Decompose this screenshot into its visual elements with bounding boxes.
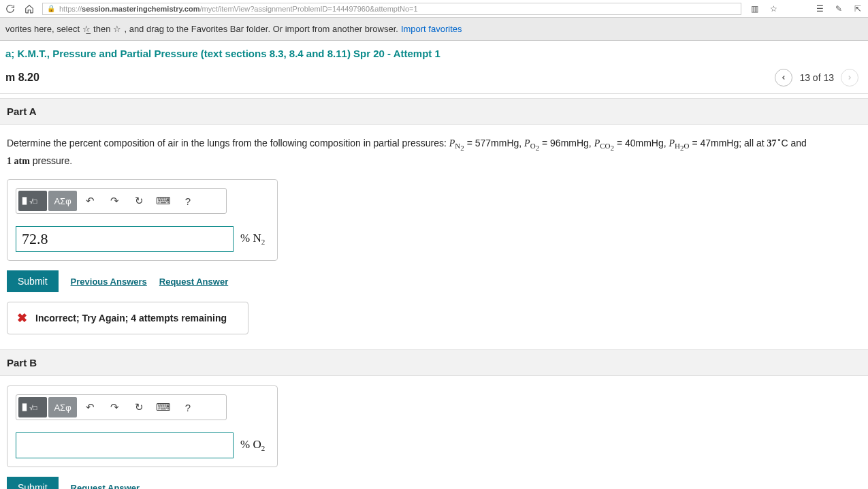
part-a-answer-box: √□ ΑΣφ ↶ ↷ ↻ ⌨ ? % N2 [7,179,278,261]
template-icon[interactable]: √□ [18,397,47,417]
part-b-answer-box: √□ ΑΣφ ↶ ↷ ↻ ⌨ ? % O2 [7,385,278,467]
redo-icon[interactable]: ↷ [103,191,126,211]
keyboard-icon[interactable]: ⌨ [152,397,175,417]
share-icon[interactable]: ⇱ [852,3,864,15]
undo-icon[interactable]: ↶ [78,191,101,211]
problem-counter: 13 of 13 [799,72,834,83]
greek-symbols-button[interactable]: ΑΣφ [48,397,77,417]
help-icon[interactable]: ? [176,397,199,417]
reading-view-icon[interactable]: ▥ [748,3,760,15]
star-outline-icon: ☆̲ [82,24,91,34]
url-bar[interactable]: 🔒 https://session.masteringchemistry.com… [42,3,741,15]
keyboard-icon[interactable]: ⌨ [152,191,175,211]
part-a-submit-button[interactable]: Submit [7,270,59,292]
refresh-icon[interactable] [4,3,16,15]
request-answer-link[interactable]: Request Answer [71,483,140,489]
part-a-toolbar: √□ ΑΣφ ↶ ↷ ↻ ⌨ ? [16,188,227,214]
favorites-hint-bar: vorites here, select ☆̲ then ☆ , and dra… [0,18,868,41]
favorites-icon[interactable]: ☰ [814,3,826,15]
incorrect-icon: ✖ [17,311,27,326]
problem-title: m 8.20 [5,72,39,84]
browser-toolbar: 🔒 https://session.masteringchemistry.com… [0,0,868,18]
next-problem-button[interactable] [841,69,858,86]
home-icon[interactable] [23,3,35,15]
undo-icon[interactable]: ↶ [78,397,101,417]
url-text: https://session.masteringchemistry.com/m… [59,5,418,13]
part-a-actions: Submit Previous Answers Request Answer [7,270,861,292]
prev-problem-button[interactable] [775,69,792,86]
star-icon: ☆ [113,24,121,34]
previous-answers-link[interactable]: Previous Answers [71,277,147,287]
problem-header-row: m 8.20 13 of 13 [0,65,868,94]
part-b-unit-label: % O2 [240,438,265,452]
part-b-header: Part B [0,349,868,376]
help-icon[interactable]: ? [176,191,199,211]
part-b-answer-input[interactable] [16,432,234,458]
notes-icon[interactable]: ✎ [833,3,845,15]
part-b-submit-button[interactable]: Submit [7,477,59,489]
favbar-text: then [93,24,110,34]
part-a-unit-label: % N2 [240,232,265,246]
part-a-problem-text: Determine the percent composition of air… [0,125,868,179]
template-icon[interactable]: √□ [18,191,47,211]
reset-icon[interactable]: ↻ [127,397,150,417]
favorite-star-icon[interactable]: ☆ [767,3,779,15]
feedback-message: Incorrect; Try Again; 4 attempts remaini… [35,313,227,324]
favbar-text: , and drag to the Favorites Bar folder. … [124,24,398,34]
part-a-feedback: ✖ Incorrect; Try Again; 4 attempts remai… [7,302,248,334]
import-favorites-link[interactable]: Import favorites [401,24,462,34]
part-b-toolbar: √□ ΑΣφ ↶ ↷ ↻ ⌨ ? [16,394,227,420]
assignment-title: a; K.M.T., Pressure and Partial Pressure… [0,41,868,65]
request-answer-link[interactable]: Request Answer [159,277,228,287]
reset-icon[interactable]: ↻ [127,191,150,211]
problem-nav: 13 of 13 [775,69,858,86]
favbar-text: vorites here, select [5,24,80,34]
redo-icon[interactable]: ↷ [103,397,126,417]
greek-symbols-button[interactable]: ΑΣφ [48,191,77,211]
part-a-header: Part A [0,98,868,125]
part-a-answer-input[interactable] [16,226,234,252]
svg-text:√□: √□ [29,198,37,205]
lock-icon: 🔒 [47,5,55,12]
part-b-actions: Submit Request Answer [7,477,861,489]
svg-text:√□: √□ [29,404,37,411]
svg-rect-2 [22,404,27,411]
svg-rect-0 [22,198,27,205]
